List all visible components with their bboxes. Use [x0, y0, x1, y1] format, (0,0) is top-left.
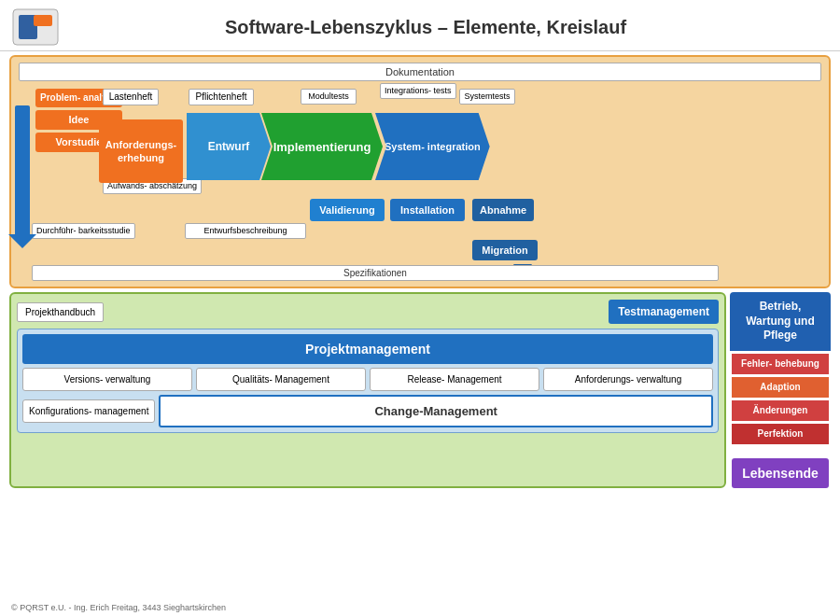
entwurfsbeschreibung-label: Entwurfsbeschreibung: [185, 223, 306, 239]
lastenheft-area: Lastenheft: [103, 89, 159, 105]
durchfuehr-area: Durchführ- barkeitsstudie: [32, 223, 135, 239]
systemtests-label: Systemtests: [459, 89, 515, 105]
fehler-behebung-box: Fehler- behebung: [732, 354, 829, 374]
durchfuehr-label: Durchführ- barkeitsstudie: [32, 223, 135, 239]
aenderungen-box: Änderungen: [732, 400, 829, 421]
inner-box: Projektmanagement Versions- verwaltung Q…: [17, 329, 719, 433]
modultests-label: Modultests: [301, 89, 357, 105]
top-row: Projekthandbuch Testmanagement: [17, 300, 719, 324]
qualitaetsmanagement-box: Qualitäts- Management: [196, 368, 366, 391]
green-section: Projekthandbuch Testmanagement Projektma…: [9, 292, 726, 488]
logo-icon: [11, 7, 60, 47]
anforderungserhebung-box: Anforderungs- erhebung: [99, 119, 183, 183]
lower-items-row: Versions- verwaltung Qualitäts- Manageme…: [22, 368, 713, 391]
diagram: Dokumentation Problem- analyse Idee Vors…: [0, 51, 840, 488]
installation-box: Installation: [390, 199, 465, 221]
footer-text: © PQRST e.U. - Ing. Erich Freitag, 3443 …: [11, 603, 226, 612]
versionsverwaltung-box: Versions- verwaltung: [22, 368, 192, 391]
page: Software-Lebenszyklus – Elemente, Kreisl…: [0, 0, 840, 616]
migration-box: Migration: [472, 240, 538, 260]
implementierung-box: Implementierung: [261, 113, 383, 180]
spezifikationen-area: Spezifikationen: [32, 263, 719, 281]
betrieb-section: Betrieb, Wartung und Pflege Fehler- behe…: [730, 292, 831, 488]
migration-area: Migration: [472, 240, 538, 260]
dokumentation-label: Dokumentation: [19, 63, 821, 81]
releasemanagement-box: Release- Management: [370, 368, 539, 391]
lastenheft-label: Lastenheft: [103, 89, 159, 105]
spezifikationen-label: Spezifikationen: [32, 265, 719, 281]
abnahme-area: Abnahme: [472, 199, 534, 221]
systemintegration-area: System- integration: [375, 113, 490, 180]
projekthandbuch-box: Projekthandbuch: [17, 302, 104, 322]
lebensende-box: Lebensende: [732, 458, 829, 488]
betrieb-header: Betrieb, Wartung und Pflege: [730, 292, 831, 351]
testmanagement-box: Testmanagement: [609, 300, 719, 324]
systemtests-area: Systemtests: [459, 89, 515, 105]
changemanagement-box: Change-Management: [159, 395, 713, 427]
footer: © PQRST e.U. - Ing. Erich Freitag, 3443 …: [11, 603, 226, 612]
blue-arrow-tip: [8, 234, 36, 248]
dokumentation-bar: Dokumentation: [19, 63, 821, 85]
diagram-wrap: Dokumentation Problem- analyse Idee Vors…: [9, 55, 831, 488]
pflichtenheft-label: Pflichtenheft: [189, 89, 254, 105]
adaption-box: Adaption: [732, 377, 829, 398]
lifecycle-section: Dokumentation Problem- analyse Idee Vors…: [9, 55, 831, 288]
blue-arrow-bar: [15, 105, 30, 236]
konfigurationsmanagement-box: Konfigurations- management: [22, 399, 155, 423]
validierung-area: Validierung: [310, 199, 385, 221]
modultests-area: Modultests: [301, 89, 357, 105]
header: Software-Lebenszyklus – Elemente, Kreisl…: [0, 0, 840, 51]
entwurf-area: Entwurf: [187, 113, 271, 180]
validierung-box: Validierung: [310, 199, 385, 221]
entwurf-box: Entwurf: [187, 113, 271, 180]
anforderungsverwaltung-box: Anforderungs- verwaltung: [543, 368, 713, 391]
abnahme-box: Abnahme: [472, 199, 534, 221]
systemintegration-box: System- integration: [375, 113, 490, 180]
entwurfsbeschreibung-area: Entwurfsbeschreibung: [185, 223, 306, 239]
anforderungserhebung-area: Anforderungs- erhebung: [98, 118, 184, 185]
pflichtenheft-area: Pflichtenheft: [189, 89, 254, 105]
implementierung-area: Implementierung: [261, 113, 383, 180]
projektmanagement-box: Projektmanagement: [22, 334, 713, 364]
svg-rect-2: [34, 15, 52, 26]
integrationstests-label: Integrations- tests: [380, 83, 456, 99]
change-row: Konfigurations- management Change-Manage…: [22, 395, 713, 427]
page-title: Software-Lebenszyklus – Elemente, Kreisl…: [71, 17, 829, 38]
installation-area: Installation: [390, 199, 465, 221]
bottom-section: Projekthandbuch Testmanagement Projektma…: [9, 292, 831, 488]
integrationstests-area: Integrations- tests: [380, 83, 456, 99]
perfektion-box: Perfektion: [732, 424, 829, 444]
